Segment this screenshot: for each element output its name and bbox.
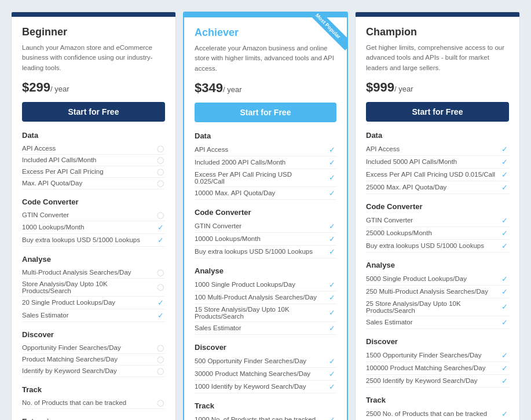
plan-card-champion: ChampionGet higher limits, comprehensive… bbox=[355, 12, 520, 420]
feature-text: Max. API Quota/Day bbox=[22, 180, 156, 187]
plan-body-champion: ChampionGet higher limits, comprehensive… bbox=[356, 17, 519, 420]
feature-row: Included API Calls/Month◯ bbox=[22, 155, 165, 166]
section-title-champion-2: Analyse bbox=[366, 261, 509, 269]
circle-icon: ◯ bbox=[156, 367, 165, 375]
check-icon: ✓ bbox=[500, 318, 509, 327]
feature-text: 15 Store Analysis/Day Upto 10K Products/… bbox=[195, 306, 327, 320]
feature-text: 20 Single Product Lookups/Day bbox=[22, 299, 156, 306]
feature-row: Multi-Product Analysis Searches/Day◯ bbox=[22, 267, 165, 279]
start-free-button-achiever[interactable]: Start for Free bbox=[195, 103, 336, 122]
check-icon: ✓ bbox=[327, 247, 336, 256]
feature-text: 100 Multi-Product Analysis Searches/Day bbox=[195, 294, 327, 301]
price-period: / year bbox=[223, 85, 242, 94]
feature-text: Identify by Keyword Search/Day bbox=[22, 367, 156, 374]
plan-title-champion: Champion bbox=[366, 26, 509, 38]
feature-row: 500 Opportunity Finder Searches/Day✓ bbox=[195, 355, 336, 368]
section-title-champion-3: Discover bbox=[366, 337, 509, 346]
check-icon: ✓ bbox=[327, 189, 336, 198]
check-icon: ✓ bbox=[327, 308, 336, 317]
feature-row: 20 Single Product Lookups/Day✓ bbox=[22, 297, 165, 309]
section-title-champion-0: Data bbox=[366, 131, 509, 140]
feature-row: GTIN Converter✓ bbox=[195, 220, 336, 233]
feature-text: Excess Per API Call Pricing bbox=[22, 168, 156, 175]
section-title-achiever-2: Analyse bbox=[195, 266, 336, 275]
feature-text: 25000 Lookups/Month bbox=[366, 229, 500, 236]
price-amount: $299 bbox=[22, 80, 50, 94]
feature-row: 1000 No. of Products that can be tracked… bbox=[195, 414, 336, 420]
feature-row: 25000 Max. API Quota/Day✓ bbox=[366, 181, 509, 194]
feature-row: Included 2000 API Calls/Month✓ bbox=[195, 156, 336, 169]
check-icon: ✓ bbox=[156, 223, 165, 232]
feature-text: API Access bbox=[366, 145, 500, 152]
section-title-beginner-3: Discover bbox=[22, 330, 165, 339]
check-icon: ✓ bbox=[500, 377, 509, 385]
section-title-achiever-3: Discover bbox=[195, 343, 336, 352]
feature-text: 25000 Max. API Quota/Day bbox=[366, 184, 500, 191]
plan-desc-beginner: Launch your Amazon store and eCommerce b… bbox=[22, 43, 165, 73]
check-icon: ✓ bbox=[327, 235, 336, 243]
plan-header-bar-champion bbox=[356, 12, 519, 17]
plans-container: BeginnerLaunch your Amazon store and eCo… bbox=[6, 6, 525, 420]
feature-text: 1000 No. of Products that can be tracked bbox=[195, 416, 327, 420]
feature-text: Included 5000 API Calls/Month bbox=[366, 158, 500, 165]
feature-text: 2500 No. of Products that can be tracked bbox=[366, 410, 500, 417]
check-icon: ✓ bbox=[500, 183, 509, 192]
feature-row: Store Analysis/Day Upto 10K Products/Sea… bbox=[22, 279, 165, 297]
feature-row: 25000 Lookups/Month✓ bbox=[366, 227, 509, 240]
plan-header-bar-beginner bbox=[12, 12, 175, 17]
feature-text: API Access bbox=[22, 145, 156, 152]
section-title-champion-1: Code Converter bbox=[366, 202, 509, 211]
feature-text: Included 2000 API Calls/Month bbox=[195, 159, 327, 166]
check-icon: ✓ bbox=[500, 158, 509, 166]
check-icon: ✓ bbox=[327, 382, 336, 391]
feature-text: Multi-Product Analysis Searches/Day bbox=[22, 269, 156, 276]
section-title-beginner-2: Analyse bbox=[22, 255, 165, 264]
feature-row: GTIN Converter◯ bbox=[22, 210, 165, 221]
feature-row: 2500 Identify by Keyword Search/Day✓ bbox=[366, 375, 509, 388]
feature-text: Buy extra lookups USD 5/1000 Lookups bbox=[195, 248, 327, 255]
feature-row: Sales Estimator✓ bbox=[22, 309, 165, 322]
price-period: / year bbox=[50, 85, 69, 93]
feature-row: Max. API Quota/Day◯ bbox=[22, 178, 165, 189]
feature-row: Included 5000 API Calls/Month✓ bbox=[366, 156, 509, 169]
feature-row: Buy extra lookups USD 5/1000 Lookups✓ bbox=[195, 246, 336, 258]
section-title-achiever-1: Code Converter bbox=[195, 208, 336, 217]
feature-row: Excess Per API Call Pricing USD 0.015/Ca… bbox=[366, 169, 509, 181]
check-icon: ✓ bbox=[500, 275, 509, 283]
feature-row: Sales Estimator✓ bbox=[195, 322, 336, 335]
start-free-button-champion[interactable]: Start for Free bbox=[366, 102, 509, 122]
plan-body-achiever: AchieverAccelerate your Amazon business … bbox=[184, 17, 347, 420]
feature-text: 1000 Identify by Keyword Search/Day bbox=[195, 383, 327, 390]
check-icon: ✓ bbox=[156, 311, 165, 320]
check-icon: ✓ bbox=[500, 287, 509, 296]
check-icon: ✓ bbox=[327, 293, 336, 302]
feature-text: Sales Estimator bbox=[22, 312, 156, 319]
feature-row: Buy extra lookups USD 5/1000 Lookups✓ bbox=[366, 240, 509, 253]
badge-text: Most Popular bbox=[306, 13, 347, 50]
feature-row: 250 Multi-Product Analysis Searches/Day✓ bbox=[366, 286, 509, 298]
check-icon: ✓ bbox=[500, 216, 509, 225]
plan-price-beginner: $299/ year bbox=[22, 80, 165, 95]
feature-text: Sales Estimator bbox=[366, 319, 500, 326]
circle-icon: ◯ bbox=[156, 168, 165, 176]
section-title-champion-4: Track bbox=[366, 396, 509, 404]
feature-text: GTIN Converter bbox=[366, 217, 500, 224]
feature-text: Opportunity Finder Searches/Day bbox=[22, 344, 156, 351]
plan-body-beginner: BeginnerLaunch your Amazon store and eCo… bbox=[12, 17, 175, 420]
feature-text: 25 Store Analysis/Day Upto 10K Products/… bbox=[366, 300, 500, 314]
circle-icon: ◯ bbox=[156, 145, 165, 152]
check-icon: ✓ bbox=[327, 145, 336, 154]
price-amount: $349 bbox=[195, 81, 223, 95]
feature-text: 500 Opportunity Finder Searches/Day bbox=[195, 357, 327, 364]
feature-text: Store Analysis/Day Upto 10K Products/Sea… bbox=[22, 280, 156, 294]
feature-row: 1000 Identify by Keyword Search/Day✓ bbox=[195, 381, 336, 393]
feature-text: 10000 Max. API Quota/Day bbox=[195, 189, 327, 196]
feature-row: 25 Store Analysis/Day Upto 10K Products/… bbox=[366, 298, 509, 316]
check-icon: ✓ bbox=[500, 364, 509, 372]
section-title-beginner-4: Track bbox=[22, 385, 165, 394]
feature-row: GTIN Converter✓ bbox=[366, 214, 509, 227]
feature-row: 2500 No. of Products that can be tracked… bbox=[366, 408, 509, 420]
feature-text: Buy extra lookups USD 5/1000 Lookups bbox=[22, 236, 156, 243]
start-free-button-beginner[interactable]: Start for Free bbox=[22, 102, 165, 122]
check-icon: ✓ bbox=[500, 229, 509, 238]
